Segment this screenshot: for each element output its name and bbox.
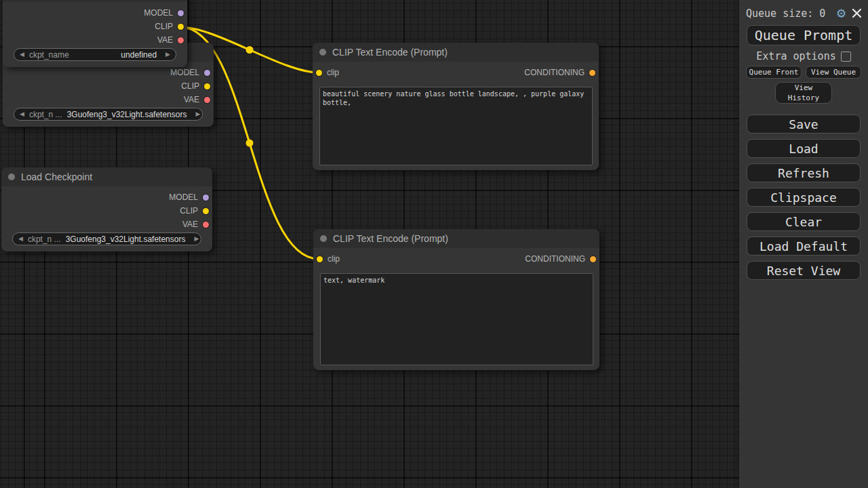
clip-output-label: CLIP — [180, 206, 198, 216]
conditioning-output-dot[interactable] — [589, 70, 595, 76]
menu-header: Queue size: 0 ⚙ — [739, 0, 868, 22]
widget-right-arrow-icon[interactable]: ▶ — [195, 111, 200, 117]
vae-output-label: VAE — [182, 220, 198, 229]
vae-output-dot[interactable] — [178, 37, 184, 43]
node-title: CLIP Text Encode (Prompt) — [332, 47, 448, 58]
link-midpoint-dot — [246, 140, 254, 147]
clip-input-slot: clip — [317, 254, 340, 264]
conditioning-output-label: CONDITIONING — [525, 254, 585, 264]
clip-input-slot: clip — [316, 68, 339, 77]
checkpoint-loader-node-top[interactable]: MODEL CLIP VAE ◀ ckpt_name undefined ▶ — [3, 0, 187, 67]
collapse-dot-icon[interactable] — [319, 49, 326, 56]
vae-output-slot: VAE — [3, 93, 214, 106]
clip-input-label: clip — [328, 254, 340, 264]
collapse-dot-icon[interactable] — [320, 235, 327, 242]
widget-value: undefined — [121, 50, 157, 60]
node-title: CLIP Text Encode (Prompt) — [333, 233, 448, 244]
clip-input-dot[interactable] — [316, 70, 322, 76]
widget-right-arrow-icon[interactable]: ▶ — [194, 236, 199, 242]
widget-left-arrow-icon[interactable]: ◀ — [20, 52, 24, 58]
clip-output-slot: CLIP — [3, 79, 214, 93]
extra-options-label: Extra options — [756, 50, 835, 62]
clip-output-slot: CLIP — [3, 20, 187, 33]
vae-output-dot[interactable] — [203, 222, 209, 228]
close-icon[interactable] — [852, 8, 862, 18]
clip-output-dot[interactable] — [178, 24, 184, 30]
negative-prompt-textarea[interactable]: text, watermark — [320, 273, 593, 365]
load-button[interactable]: Load — [747, 139, 861, 158]
queue-prompt-button[interactable]: Queue Prompt — [747, 25, 861, 45]
clip-output-label: CLIP — [155, 22, 173, 31]
reset-view-button[interactable]: Reset View — [747, 261, 861, 280]
model-output-label: MODEL — [169, 192, 198, 202]
widget-right-arrow-icon[interactable]: ▶ — [165, 52, 170, 58]
clip-output-label: CLIP — [181, 81, 199, 91]
conditioning-output-slot: CONDITIONING — [524, 68, 595, 77]
comfy-menu-panel: Queue size: 0 ⚙ Queue Prompt Extra optio… — [739, 0, 868, 488]
model-output-label: MODEL — [144, 8, 173, 18]
collapse-dot-icon[interactable] — [8, 174, 15, 180]
node-graph-canvas[interactable]: MODEL CLIP VAE ◀ ckpt_n ... 3Guofeng3_v3… — [0, 0, 739, 488]
extra-options-row: Extra options — [739, 48, 868, 64]
queue-front-button[interactable]: Queue Front — [746, 66, 802, 79]
model-output-slot: MODEL — [3, 6, 187, 20]
vae-output-label: VAE — [184, 95, 199, 104]
node-title-bar[interactable] — [3, 0, 187, 2]
widget-left-arrow-icon[interactable]: ◀ — [18, 236, 23, 242]
save-button[interactable]: Save — [747, 115, 861, 134]
clip-input-dot[interactable] — [317, 256, 323, 262]
vae-output-slot: VAE — [1, 218, 212, 231]
widget-value: 3Guofeng3_v32Light.safetensors — [67, 110, 187, 119]
vae-output-label: VAE — [157, 35, 173, 45]
widget-value: 3Guofeng3_v32Light.safetensors — [66, 235, 186, 244]
node-title-bar[interactable]: CLIP Text Encode (Prompt) — [313, 43, 599, 62]
ckpt-name-widget[interactable]: ◀ ckpt_name undefined ▶ — [14, 48, 176, 61]
settings-gear-icon[interactable]: ⚙ — [837, 6, 846, 20]
load-default-button[interactable]: Load Default — [747, 237, 861, 256]
vae-output-slot: VAE — [3, 33, 187, 47]
extra-options-checkbox[interactable] — [841, 52, 851, 62]
clip-input-label: clip — [327, 68, 339, 77]
ckpt-name-widget[interactable]: ◀ ckpt_n ... 3Guofeng3_v32Light.safetens… — [12, 232, 201, 245]
view-history-button[interactable]: View History — [775, 82, 832, 104]
load-checkpoint-node[interactable]: Load Checkpoint MODEL CLIP VAE ◀ ckpt_n … — [1, 167, 212, 251]
model-output-slot: MODEL — [3, 66, 214, 79]
vae-output-dot[interactable] — [204, 97, 210, 103]
view-queue-button[interactable]: View Queue — [806, 66, 861, 79]
model-output-dot[interactable] — [204, 70, 210, 76]
conditioning-output-slot: CONDITIONING — [525, 254, 596, 264]
clip-text-encode-positive-node[interactable]: CLIP Text Encode (Prompt) clip CONDITION… — [313, 43, 599, 170]
widget-left-arrow-icon[interactable]: ◀ — [20, 111, 24, 117]
clipspace-button[interactable]: Clipspace — [747, 188, 861, 207]
refresh-button[interactable]: Refresh — [747, 163, 861, 182]
link-midpoint-dot — [246, 46, 254, 54]
clip-output-slot: CLIP — [1, 204, 212, 218]
ckpt-name-widget[interactable]: ◀ ckpt_n ... 3Guofeng3_v32Light.safetens… — [14, 108, 203, 121]
conditioning-output-dot[interactable] — [590, 256, 596, 262]
model-output-dot[interactable] — [203, 195, 209, 201]
widget-label: ckpt_n ... — [29, 110, 62, 119]
model-output-slot: MODEL — [1, 190, 212, 204]
model-output-label: MODEL — [170, 68, 199, 77]
node-title: Load Checkpoint — [21, 171, 92, 182]
node-title-bar[interactable]: CLIP Text Encode (Prompt) — [313, 229, 599, 248]
clip-text-encode-negative-node[interactable]: CLIP Text Encode (Prompt) clip CONDITION… — [313, 229, 599, 370]
node-title-bar[interactable]: Load Checkpoint — [1, 167, 212, 186]
conditioning-output-label: CONDITIONING — [524, 68, 585, 77]
clear-button[interactable]: Clear — [747, 212, 861, 231]
widget-label: ckpt_name — [29, 50, 69, 60]
clip-output-dot[interactable] — [204, 83, 210, 89]
widget-label: ckpt_n ... — [28, 235, 61, 244]
positive-prompt-textarea[interactable]: beautiful scenery nature glass bottle la… — [319, 87, 593, 165]
queue-size-label: Queue size: 0 — [746, 7, 825, 20]
model-output-dot[interactable] — [178, 10, 184, 16]
clip-output-dot[interactable] — [203, 208, 209, 214]
